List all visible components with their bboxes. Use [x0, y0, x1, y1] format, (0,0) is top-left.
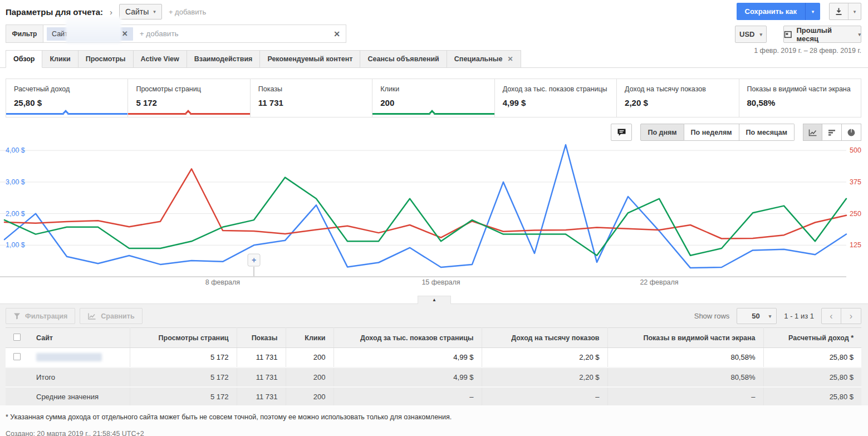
bar-chart-icon: [827, 128, 836, 137]
table-row: 5 172 11 731 200 4,99 $ 2,20 $ 80,58% 25…: [6, 348, 861, 368]
svg-text:4,00 $: 4,00 $: [6, 146, 25, 154]
filter-bar: Фильтр Сайты ✕ + добавить ✕: [6, 25, 346, 43]
chart-canvas: 1,00 $2,00 $3,00 $4,00 $1252503755008 фе…: [0, 142, 868, 286]
pager: ‹ ›: [821, 308, 861, 324]
show-rows-label: Show rows: [694, 312, 730, 320]
svg-text:15 февраля: 15 февраля: [421, 278, 460, 286]
table-toolbar: Фильтрация Сравнить Show rows 50 ▾ 1 - 1…: [0, 304, 868, 327]
svg-text:2,00 $: 2,00 $: [6, 210, 25, 218]
download-button[interactable]: [830, 3, 848, 19]
redaction-blur: [66, 17, 121, 43]
download-menu-button[interactable]: ▾: [848, 3, 861, 19]
table-header-row: Сайт Просмотры страниц Показы Клики Дохо…: [6, 328, 861, 348]
save-as-button[interactable]: Сохранить как: [737, 3, 805, 20]
tab-custom[interactable]: Специальные ✕: [447, 50, 521, 68]
currency-dropdown[interactable]: USD ▾: [735, 26, 767, 43]
tab-close-icon[interactable]: ✕: [507, 55, 513, 63]
prev-page-button[interactable]: ‹: [821, 308, 841, 324]
granularity-by-week[interactable]: По неделям: [684, 124, 739, 141]
line-chart-icon: [808, 128, 818, 137]
rows-per-page-dropdown[interactable]: 50 ▾: [737, 308, 777, 324]
table-average-row: Средние значения 5 172 11 731 200 – – – …: [6, 387, 861, 406]
row-checkbox[interactable]: [13, 353, 21, 360]
tab-clicks[interactable]: Клики: [42, 50, 78, 68]
svg-text:375: 375: [850, 178, 861, 186]
svg-text:22 февраля: 22 февраля: [640, 278, 678, 286]
svg-text:8 февраля: 8 февраля: [205, 278, 240, 286]
caret-down-icon: ▾: [858, 32, 861, 37]
table-footer: * Указанная сумма дохода от отдельного с…: [0, 405, 868, 436]
tab-views[interactable]: Просмотры: [79, 50, 134, 68]
card-estimated-earnings[interactable]: Расчетный доход 25,80 $: [6, 79, 127, 117]
card-clicks[interactable]: Клики 200: [372, 79, 494, 117]
created-timestamp: Создано: 20 марта 2019 г., 21:58:45 UTC+…: [0, 421, 868, 436]
report-table: Сайт Просмотры страниц Показы Клики Дохо…: [6, 327, 861, 406]
chart-type-line-button[interactable]: [803, 124, 822, 141]
report-type-label: Сайты: [125, 7, 149, 16]
funnel-icon: [13, 312, 21, 320]
tab-overview[interactable]: Обзор: [6, 50, 42, 68]
chart-type-group: [803, 124, 861, 141]
next-page-button[interactable]: ›: [841, 308, 861, 324]
tab-interactions[interactable]: Взаимодействия: [187, 50, 261, 68]
date-range-dropdown[interactable]: Прошлый месяц ▾: [783, 26, 861, 43]
page-title: Параметры для отчета:: [6, 7, 103, 17]
caret-down-icon: ▾: [153, 9, 156, 14]
granularity-group: По дням По неделям По месяцам: [640, 124, 795, 141]
tab-recommended-content[interactable]: Рекомендуемый контент: [260, 50, 360, 68]
report-type-dropdown[interactable]: Сайты ▾: [119, 4, 162, 19]
chart-collapse-button[interactable]: ▲: [418, 296, 451, 304]
table-filter-button[interactable]: Фильтрация: [6, 308, 75, 324]
series-Расчетный доход: [4, 145, 846, 268]
svg-text:500: 500: [850, 146, 861, 154]
collapse-up-icon: ▲: [432, 297, 437, 302]
series-Просмотры страниц: [4, 169, 846, 238]
card-page-rpm[interactable]: Доход за тыс. показов страницы 4,99 $: [494, 79, 616, 117]
svg-text:125: 125: [850, 241, 861, 249]
compare-chart-icon: [87, 312, 96, 320]
metric-cards: Расчетный доход 25,80 $ Просмотры страни…: [6, 79, 861, 117]
date-range-text: 1 февр. 2019 г. – 28 февр. 2019 г.: [754, 47, 861, 55]
caret-down-icon: ▾: [759, 32, 762, 37]
tab-ad-sessions[interactable]: Сеансы объявлений: [360, 50, 447, 68]
filter-label: Фильтр: [6, 25, 43, 42]
card-indicator-red: [128, 109, 249, 115]
save-as-menu-button[interactable]: ▾: [805, 3, 820, 20]
pie-chart-icon: [847, 128, 856, 137]
table-compare-button[interactable]: Сравнить: [80, 308, 142, 324]
series-Клики: [4, 178, 846, 256]
calendar-icon: [784, 30, 792, 38]
annotations-button[interactable]: [611, 124, 632, 141]
filter-clear-icon[interactable]: ✕: [334, 30, 340, 38]
svg-text:250: 250: [850, 210, 861, 218]
card-indicator-green: [372, 109, 494, 115]
timeseries-chart: 1,00 $2,00 $3,00 $4,00 $1252503755008 фе…: [0, 142, 868, 286]
download-icon: [835, 7, 843, 16]
card-viewability[interactable]: Показы в видимой части экрана 80,58%: [739, 79, 861, 117]
svg-text:+: +: [252, 256, 256, 264]
chevron-left-icon: ‹: [830, 311, 832, 321]
filter-add-placeholder: + добавить: [140, 30, 179, 38]
currency-label: USD: [739, 30, 754, 38]
footnote: * Указанная сумма дохода от отдельного с…: [0, 405, 868, 421]
redacted-site-cell: [36, 353, 102, 361]
tab-active-view[interactable]: Active View: [134, 50, 187, 68]
add-report-link[interactable]: + добавить: [169, 8, 206, 16]
card-impression-rpm[interactable]: Доход на тысячу показов 2,20 $: [616, 79, 738, 117]
chart-type-pie-button[interactable]: [842, 124, 861, 141]
table-section: Фильтрация Сравнить Show rows 50 ▾ 1 - 1…: [0, 303, 868, 436]
chart-controls: По дням По неделям По месяцам: [611, 124, 861, 141]
table-total-row: Итого 5 172 11 731 200 4,99 $ 2,20 $ 80,…: [6, 368, 861, 387]
granularity-by-day[interactable]: По дням: [640, 124, 684, 141]
select-all-checkbox[interactable]: [13, 334, 21, 341]
svg-text:1,00 $: 1,00 $: [6, 241, 25, 249]
chip-close-icon[interactable]: ✕: [122, 30, 128, 38]
comment-icon: [617, 128, 626, 137]
chevron-right-icon: ›: [110, 7, 112, 17]
card-page-views[interactable]: Просмотры страниц 5 172: [127, 79, 249, 117]
granularity-by-month[interactable]: По месяцам: [739, 124, 795, 141]
caret-down-icon: ▾: [854, 9, 856, 14]
card-impressions[interactable]: Показы 11 731: [250, 79, 372, 117]
caret-down-icon: ▾: [812, 9, 815, 14]
chart-type-bar-button[interactable]: [822, 124, 842, 141]
